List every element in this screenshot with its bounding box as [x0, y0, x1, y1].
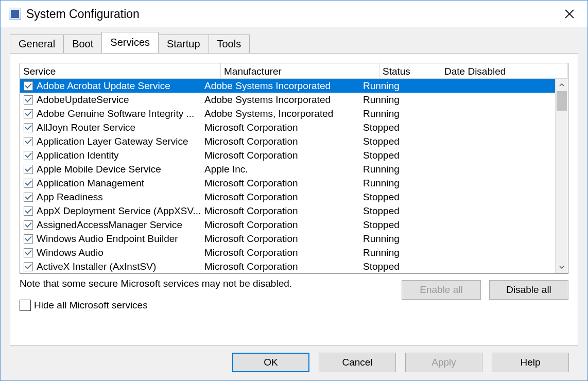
service-row[interactable]: Windows AudioMicrosoft CorporationRunnin…: [20, 246, 555, 259]
service-checkbox[interactable]: [24, 81, 33, 91]
service-row[interactable]: Apple Mobile Device ServiceApple Inc.Run…: [20, 162, 555, 176]
service-name: Application Identity: [37, 150, 204, 161]
service-name: Application Layer Gateway Service: [37, 136, 204, 147]
services-listview[interactable]: Service Manufacturer Status Date Disable…: [20, 63, 568, 274]
dialog-button-bar: OK Cancel Apply Help: [10, 345, 578, 372]
service-status: Running: [363, 108, 425, 119]
scroll-up-arrow[interactable]: [556, 79, 568, 91]
service-checkbox[interactable]: [24, 179, 33, 188]
service-name: AssignedAccessManager Service: [37, 219, 204, 231]
disable-all-button[interactable]: Disable all: [489, 280, 568, 300]
service-status: Stopped: [363, 150, 425, 161]
tab-general[interactable]: General: [10, 34, 64, 54]
service-status: Running: [363, 94, 425, 106]
tab-startup[interactable]: Startup: [158, 34, 209, 54]
service-checkbox[interactable]: [24, 234, 33, 244]
service-status: Running: [363, 178, 425, 189]
service-status: Running: [363, 164, 425, 175]
column-header-status[interactable]: Status: [379, 63, 441, 78]
service-status: Stopped: [363, 261, 425, 272]
system-configuration-window: System Configuration GeneralBootServices…: [0, 0, 588, 381]
scroll-down-arrow[interactable]: [556, 261, 568, 273]
scrollbar-thumb[interactable]: [557, 91, 567, 111]
tab-boot[interactable]: Boot: [63, 34, 102, 54]
service-checkbox[interactable]: [24, 206, 33, 216]
hide-ms-services-row[interactable]: Hide all Microsoft services: [20, 300, 402, 311]
enable-all-button[interactable]: Enable all: [402, 280, 481, 300]
service-manufacturer: Microsoft Corporation: [204, 247, 363, 258]
service-checkbox[interactable]: [24, 137, 33, 146]
apply-button[interactable]: Apply: [405, 353, 482, 372]
service-row[interactable]: Adobe Genuine Software Integrity ...Adob…: [20, 107, 555, 120]
close-icon: [565, 9, 574, 19]
service-manufacturer: Apple Inc.: [204, 164, 363, 175]
window-title: System Configuration: [26, 7, 558, 21]
service-name: Windows Audio Endpoint Builder: [37, 233, 204, 245]
service-row[interactable]: App ReadinessMicrosoft CorporationStoppe…: [20, 190, 555, 204]
service-manufacturer: Adobe Systems Incorporated: [204, 80, 363, 92]
tab-tools[interactable]: Tools: [209, 34, 250, 54]
service-row[interactable]: AppX Deployment Service (AppXSV...Micros…: [20, 204, 555, 218]
service-status: Stopped: [363, 205, 425, 217]
service-status: Running: [363, 80, 425, 92]
column-header-service[interactable]: Service: [20, 63, 221, 78]
service-name: Adobe Acrobat Update Service: [37, 80, 204, 92]
service-status: Running: [363, 233, 425, 245]
cancel-button[interactable]: Cancel: [319, 353, 396, 372]
service-row[interactable]: Application IdentityMicrosoft Corporatio…: [20, 148, 555, 162]
service-manufacturer: Microsoft Corporation: [204, 136, 363, 147]
listview-header: Service Manufacturer Status Date Disable…: [20, 63, 568, 79]
service-checkbox[interactable]: [24, 220, 33, 230]
service-row[interactable]: Adobe Acrobat Update ServiceAdobe System…: [20, 79, 555, 93]
service-row[interactable]: AssignedAccessManager ServiceMicrosoft C…: [20, 218, 555, 232]
service-checkbox[interactable]: [24, 109, 33, 118]
service-checkbox[interactable]: [24, 123, 33, 132]
help-button[interactable]: Help: [492, 353, 569, 372]
client-area: GeneralBootServicesStartupTools Service …: [1, 27, 587, 380]
service-status: Stopped: [363, 136, 425, 147]
service-name: Adobe Genuine Software Integrity ...: [37, 108, 204, 119]
service-checkbox[interactable]: [24, 151, 33, 160]
service-name: AllJoyn Router Service: [37, 122, 204, 133]
service-manufacturer: Microsoft Corporation: [204, 150, 363, 161]
chevron-up-icon: [559, 83, 564, 86]
service-checkbox[interactable]: [24, 165, 33, 174]
service-manufacturer: Adobe Systems Incorporated: [204, 94, 363, 106]
service-manufacturer: Microsoft Corporation: [204, 122, 363, 133]
scrollbar-track[interactable]: [556, 91, 568, 261]
below-list-area: Note that some secure Microsoft services…: [20, 277, 568, 311]
service-name: ActiveX Installer (AxInstSV): [37, 261, 204, 272]
tab-services[interactable]: Services: [101, 32, 159, 53]
vertical-scrollbar[interactable]: [555, 79, 568, 273]
service-status: Stopped: [363, 122, 425, 133]
ok-button[interactable]: OK: [232, 353, 309, 372]
service-status: Stopped: [363, 219, 425, 231]
app-icon: [9, 8, 21, 20]
service-manufacturer: Adobe Systems, Incorporated: [204, 108, 363, 119]
service-manufacturer: Microsoft Corporation: [204, 219, 363, 231]
column-header-date-disabled[interactable]: Date Disabled: [441, 63, 568, 78]
service-checkbox[interactable]: [24, 248, 33, 257]
service-row[interactable]: Application ManagementMicrosoft Corporat…: [20, 176, 555, 190]
service-row[interactable]: AdobeUpdateServiceAdobe Systems Incorpor…: [20, 93, 555, 107]
service-checkbox[interactable]: [24, 95, 33, 105]
service-name: Apple Mobile Device Service: [37, 164, 204, 175]
service-name: App Readiness: [37, 192, 204, 203]
service-row[interactable]: Windows Audio Endpoint BuilderMicrosoft …: [20, 232, 555, 246]
hide-ms-services-checkbox[interactable]: [20, 300, 31, 311]
column-header-manufacturer[interactable]: Manufacturer: [221, 63, 379, 78]
hide-ms-services-label: Hide all Microsoft services: [34, 300, 148, 311]
service-manufacturer: Microsoft Corporation: [204, 261, 363, 272]
service-row[interactable]: Application Layer Gateway ServiceMicroso…: [20, 134, 555, 148]
close-button[interactable]: [558, 5, 581, 23]
service-name: AdobeUpdateService: [37, 94, 204, 106]
listview-body: Adobe Acrobat Update ServiceAdobe System…: [20, 79, 568, 273]
service-row[interactable]: AllJoyn Router ServiceMicrosoft Corporat…: [20, 120, 555, 134]
service-manufacturer: Microsoft Corporation: [204, 205, 363, 217]
service-checkbox[interactable]: [24, 262, 33, 271]
service-name: AppX Deployment Service (AppXSV...: [37, 205, 204, 217]
service-row[interactable]: ActiveX Installer (AxInstSV)Microsoft Co…: [20, 259, 555, 273]
service-name: Application Management: [37, 178, 204, 189]
service-checkbox[interactable]: [24, 193, 33, 202]
service-manufacturer: Microsoft Corporation: [204, 192, 363, 203]
